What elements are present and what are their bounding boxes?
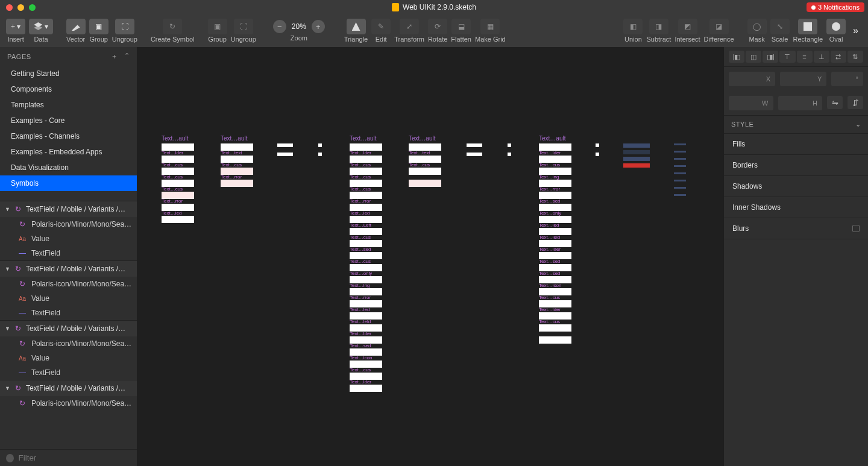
artboard[interactable] xyxy=(318,143,322,147)
align-left-icon[interactable]: |◧ xyxy=(729,51,744,63)
artboard[interactable] xyxy=(674,143,686,145)
blurs-row[interactable]: Blurs xyxy=(724,218,868,239)
artboard[interactable] xyxy=(674,158,686,160)
layer-folder[interactable]: ▼↻TextField / Mobile / Variants /… xyxy=(0,380,137,396)
flatten-button[interactable]: ⬓ xyxy=(451,19,471,34)
difference-button[interactable]: ◪ xyxy=(709,19,729,34)
layer-item[interactable]: ↻Polaris-icon/Minor/Mono/Sea… xyxy=(0,396,137,411)
subtract-button[interactable]: ◨ xyxy=(649,19,668,34)
page-item[interactable]: Symbols xyxy=(0,175,137,191)
page-item[interactable]: Examples - Core xyxy=(0,113,137,128)
intersect-button[interactable]: ◩ xyxy=(678,19,697,34)
artboard[interactable] xyxy=(623,163,650,168)
artboard[interactable] xyxy=(596,153,599,156)
layer-item[interactable]: AaValue xyxy=(0,231,137,246)
layer-folder[interactable]: ▼↻TextField / Mobile / Variants /… xyxy=(0,320,137,336)
rotate-button[interactable]: ⟳ xyxy=(428,19,447,34)
artboard[interactable] xyxy=(409,180,441,187)
artboard[interactable] xyxy=(623,150,650,154)
align-bottom-icon[interactable]: ⊥ xyxy=(814,51,829,63)
page-item[interactable]: Getting Started xyxy=(0,66,137,81)
ungroup-button[interactable]: ⛶ xyxy=(115,19,134,34)
artboard[interactable]: Text…rror xyxy=(221,180,253,187)
disclosure-triangle-icon[interactable]: ▼ xyxy=(5,385,10,391)
align-center-h-icon[interactable]: ◫ xyxy=(746,51,761,63)
layer-folder[interactable]: ▼↻TextField / Mobile / Variants /… xyxy=(0,201,137,217)
artboard[interactable] xyxy=(277,153,293,156)
artboard[interactable]: Text…cus xyxy=(539,324,571,332)
artboard[interactable] xyxy=(674,180,686,181)
data-button[interactable]: ▾ xyxy=(29,19,52,34)
ungroup2-button[interactable]: ⛶ xyxy=(234,19,253,34)
align-right-icon[interactable]: ◨| xyxy=(763,51,778,63)
group2-button[interactable]: ▣ xyxy=(208,19,227,34)
height-field[interactable]: H xyxy=(778,96,823,110)
artboard[interactable] xyxy=(277,143,293,147)
notifications-badge[interactable]: 3 Notifications xyxy=(807,2,864,12)
page-item[interactable]: Data Visualization xyxy=(0,160,137,175)
inner-shadows-row[interactable]: Inner Shadows xyxy=(724,197,868,218)
disclosure-triangle-icon[interactable]: ▼ xyxy=(5,206,10,212)
artboard[interactable] xyxy=(467,153,482,156)
align-center-v-icon[interactable]: ≡ xyxy=(797,51,813,63)
canvas[interactable]: Text…aultText…lderText…cusText…cusText…c… xyxy=(137,47,723,466)
width-field[interactable]: W xyxy=(729,96,773,110)
artboard[interactable] xyxy=(674,151,686,153)
close-window-icon[interactable] xyxy=(6,4,13,11)
create-symbol-button[interactable]: ↻ xyxy=(163,19,182,34)
zoom-in-button[interactable]: + xyxy=(312,20,325,33)
layer-item[interactable]: —TextField xyxy=(0,365,137,380)
blurs-toggle-icon[interactable] xyxy=(852,225,860,232)
union-button[interactable]: ◧ xyxy=(623,19,643,34)
artboard[interactable] xyxy=(623,157,650,161)
layer-item[interactable]: AaValue xyxy=(0,351,137,365)
make-grid-button[interactable]: ▦ xyxy=(480,19,500,34)
artboard[interactable]: Text…lder xyxy=(350,385,382,392)
layer-item[interactable]: ↻Polaris-icon/Minor/Mono/Sea… xyxy=(0,277,137,291)
flip-vertical-icon[interactable]: ⇵ xyxy=(848,96,863,109)
artboard[interactable] xyxy=(318,153,322,156)
shadows-row[interactable]: Shadows xyxy=(724,176,868,197)
artboard[interactable] xyxy=(467,143,482,147)
layer-item[interactable]: ↻Polaris-icon/Minor/Mono/Sea… xyxy=(0,217,137,231)
disclosure-triangle-icon[interactable]: ▼ xyxy=(5,266,10,272)
artboard[interactable] xyxy=(508,153,511,156)
add-page-icon[interactable]: ＋ xyxy=(111,52,118,61)
fills-row[interactable]: Fills xyxy=(724,134,868,155)
layer-item[interactable]: ↻Polaris-icon/Minor/Mono/Sea… xyxy=(0,336,137,351)
transform-button[interactable]: ⤢ xyxy=(400,19,419,34)
artboard[interactable]: Text…cus xyxy=(409,168,441,175)
artboard[interactable] xyxy=(539,336,571,344)
edit-button[interactable]: ✎ xyxy=(371,19,391,34)
page-item[interactable]: Components xyxy=(0,81,137,97)
page-item[interactable]: Examples - Channels xyxy=(0,128,137,144)
scale-button[interactable]: ⤡ xyxy=(770,19,790,34)
borders-row[interactable]: Borders xyxy=(724,155,868,176)
toolbar-overflow-icon[interactable]: » xyxy=(849,25,862,36)
distribute-h-icon[interactable]: ⇄ xyxy=(831,51,846,63)
layer-item[interactable]: AaValue xyxy=(0,291,137,306)
page-item[interactable]: Templates xyxy=(0,97,137,113)
disclosure-triangle-icon[interactable]: ▼ xyxy=(5,326,10,332)
artboard[interactable] xyxy=(596,143,599,147)
group-button[interactable]: ▣ xyxy=(89,19,108,34)
flip-horizontal-icon[interactable]: ⇋ xyxy=(827,96,843,109)
filter-input[interactable] xyxy=(19,453,131,462)
mask-button[interactable]: ◯ xyxy=(747,19,767,34)
rotation-field[interactable]: ° xyxy=(831,72,863,86)
align-top-icon[interactable]: ⊤ xyxy=(779,51,795,63)
artboard[interactable] xyxy=(674,165,686,167)
artboard[interactable] xyxy=(674,194,686,196)
layer-item[interactable]: —TextField xyxy=(0,306,137,320)
artboard[interactable] xyxy=(674,187,686,189)
oval-button[interactable] xyxy=(826,19,846,34)
layer-folder[interactable]: ▼↻TextField / Mobile / Variants /… xyxy=(0,260,137,277)
style-chevron-icon[interactable]: ⌄ xyxy=(855,121,861,128)
artboard[interactable] xyxy=(508,143,511,147)
position-y-field[interactable]: Y xyxy=(780,72,826,86)
distribute-v-icon[interactable]: ⇅ xyxy=(848,51,863,63)
maximize-window-icon[interactable] xyxy=(29,4,36,11)
zoom-value[interactable]: 20% xyxy=(289,22,309,31)
position-x-field[interactable]: X xyxy=(729,72,775,86)
triangle-button[interactable] xyxy=(347,19,366,34)
